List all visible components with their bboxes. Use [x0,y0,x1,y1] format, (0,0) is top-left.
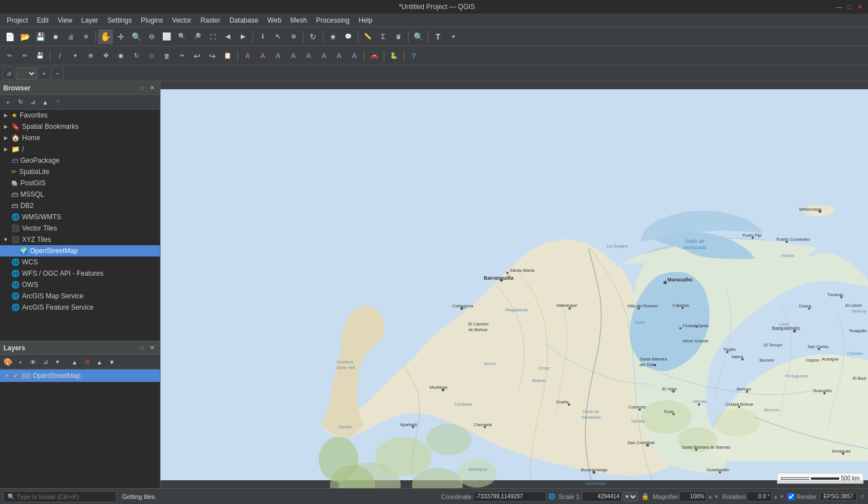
close-button[interactable]: ✕ [856,3,863,11]
undo-button[interactable]: ↩ [190,49,205,63]
menu-web[interactable]: Web [263,15,285,25]
menu-mesh[interactable]: Mesh [286,15,311,25]
python-button[interactable]: 🐍 [387,49,401,63]
menu-settings[interactable]: Settings [103,15,136,25]
map-area[interactable]: Golfo de Venezuela La Guajira Santa Mart… [160,81,868,488]
save-layer-button[interactable]: 💾 [33,49,47,63]
calculator-button[interactable]: 🖩 [391,29,406,44]
browser-item-spatial-bookmarks[interactable]: ▶ 🔖 Spatial Bookmarks [0,121,160,132]
layer-item-osm[interactable]: ▼ ✓ OpenStreetMap [0,370,160,382]
layers-float-button[interactable]: □ [137,344,146,353]
gps-button[interactable]: 🚗 [367,49,381,63]
scale-input[interactable] [582,492,622,502]
browser-item-postgis[interactable]: 🐘 PostGIS [0,177,160,189]
rotation-input[interactable] [747,492,772,502]
zoom-full-1-button[interactable]: 🔍 [175,29,189,44]
help-button[interactable]: ? [406,49,421,63]
browser-item-db2[interactable]: 🗃 DB2 [0,200,160,211]
current-edits-button[interactable]: ✏ [2,49,17,63]
show-tips-button[interactable]: 💬 [341,29,355,44]
menu-database[interactable]: Database [225,15,263,25]
minimize-button[interactable]: — [835,3,843,11]
browser-item-mssql[interactable]: 🗃 MSSQL [0,189,160,200]
magnifier-input[interactable] [679,492,706,502]
show-all-button[interactable]: 👁 [27,357,38,368]
location-type-select[interactable]: = [16,67,37,80]
menu-plugins[interactable]: Plugins [136,15,167,25]
layer-visibility-checkbox[interactable]: ✓ [12,372,19,379]
pan-button[interactable]: ✋ [98,29,113,44]
menu-raster[interactable]: Raster [196,15,225,25]
layers-close-button[interactable]: ✕ [147,344,157,353]
browser-item-arcgis-map[interactable]: 🌐 ArcGIS Map Service [0,290,160,302]
status-options-button[interactable]: ⊙ [860,493,865,499]
label-tool2-button[interactable]: A [271,49,285,63]
maximize-button[interactable]: □ [845,3,853,11]
print-button[interactable]: 🖨 [63,29,78,44]
label-tool5-button[interactable]: A [316,49,331,63]
refresh-button[interactable]: ↻ [306,29,320,44]
expand-all-button[interactable]: ▾ [52,357,63,368]
browser-item-openstreetmap[interactable]: 🌍 OpenStreetMap [0,245,160,257]
menu-help[interactable]: Help [354,15,377,25]
menu-layer[interactable]: Layer [77,15,103,25]
menu-processing[interactable]: Processing [311,15,354,25]
rotation-down-icon[interactable]: ▼ [779,494,784,499]
more-button[interactable]: ▾ [446,29,461,44]
epsg-button[interactable]: EPSG:3857 [820,492,857,501]
browser-item-ows[interactable]: 🌐 OWS [0,279,160,290]
browser-close-button[interactable]: ✕ [147,84,157,93]
node-tool-button[interactable]: ◉ [114,49,128,63]
collapse-all-button[interactable]: ▲ [69,357,80,368]
simplify-button[interactable]: ◇ [144,49,159,63]
move-layer-down-button[interactable]: ▼ [106,357,118,368]
browser-item-root[interactable]: ▶ 📁 / [0,144,160,155]
zoom-out-button[interactable]: ⊖ [144,29,159,44]
filter-layers-button[interactable]: ⊿ [40,357,51,368]
move-feature-button[interactable]: ✥ [98,49,113,63]
paste-button[interactable]: 📋 [220,49,235,63]
open-button[interactable]: 📂 [18,29,32,44]
menu-edit[interactable]: Edit [32,15,53,25]
pin-label-button[interactable]: A [255,49,270,63]
delete-selected-button[interactable]: 🗑 [159,49,174,63]
rotate-feature-button[interactable]: ↻ [129,49,144,63]
label-tool7-button[interactable]: A [347,49,362,63]
window-controls[interactable]: — □ ✕ [835,3,863,11]
layer-styling-button[interactable]: 🎨 [2,357,14,368]
measure-button[interactable]: 📏 [361,29,375,44]
toggle-edit-button[interactable]: ✏ [18,49,32,63]
menu-vector[interactable]: Vector [168,15,196,25]
zoom-full-button[interactable]: ⛶ [205,29,220,44]
locate-input[interactable] [3,491,116,502]
browser-item-favorites[interactable]: ▶ ★ Favorites [0,110,160,121]
coordinate-input[interactable] [473,492,546,502]
label-tool3-button[interactable]: A [286,49,301,63]
spatial-bookmark-button[interactable]: ★ [326,29,340,44]
menu-view[interactable]: View [53,15,77,25]
menu-project[interactable]: Project [2,15,32,25]
rotation-up-icon[interactable]: ▲ [773,494,778,499]
zoom-in-button[interactable]: 🔍 [129,29,144,44]
browser-item-wcs[interactable]: 🌐 WCS [0,257,160,268]
prev-extent-button[interactable]: ◀ [220,29,235,44]
find-button[interactable]: 🔍 [411,29,426,44]
next-extent-button[interactable]: ▶ [236,29,250,44]
new-button[interactable]: 📄 [2,29,17,44]
browser-item-spatialite[interactable]: ✏ SpatiaLite [0,166,160,177]
label-tool6-button[interactable]: A [332,49,346,63]
magnifier-up-icon[interactable]: ▲ [708,494,713,499]
redo-button[interactable]: ↪ [205,49,220,63]
browser-item-arcgis-feature[interactable]: 🌐 ArcGIS Feature Service [0,302,160,313]
deselect-button[interactable]: ⊗ [286,29,301,44]
zoom-in-loc-button[interactable]: + [38,67,50,80]
statistics-button[interactable]: Σ [376,29,390,44]
magnifier-down-icon[interactable]: ▼ [714,494,719,499]
digitize-button[interactable]: / [53,49,67,63]
collapse-browser-button[interactable]: ▲ [40,97,51,108]
rubber-band-button[interactable]: ⬜ [159,29,174,44]
browser-item-home[interactable]: ▶ 🏠 Home [0,132,160,144]
save-as-button[interactable]: ⏺ [48,29,63,44]
add-layer-button[interactable]: ⊕ [79,29,93,44]
add-ring-button[interactable]: ✦ [68,49,83,63]
